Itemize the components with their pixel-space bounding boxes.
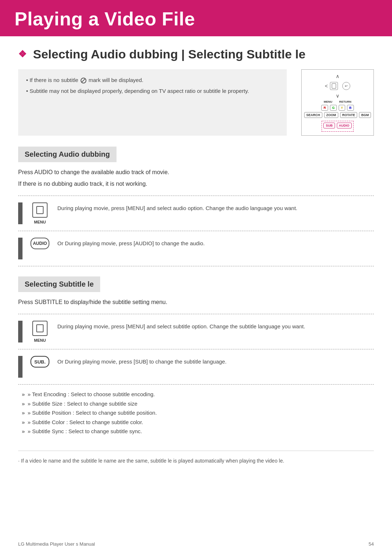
top-notes: • If there is no subtitle mark will be d… xyxy=(18,69,287,136)
audio-dubbing-header: Selecting Audio dubbing xyxy=(18,147,117,162)
remote-bgm-btn: BGM xyxy=(359,112,371,118)
remote-audio-btn: AUDIO xyxy=(337,123,352,128)
menu-icon-inner-2 xyxy=(36,324,44,332)
page-header: Playing a Video File xyxy=(0,0,392,36)
subtitle-step2-icon-col: SUB. xyxy=(29,356,51,368)
remote-left-arrow: < xyxy=(325,83,328,89)
footer-left: LG Multimedia Player User s Manual xyxy=(18,541,95,547)
step-color-bar-2 xyxy=(18,238,23,259)
remote-nav: ∧ < ↩ ∨ xyxy=(325,73,350,99)
top-section: • If there is no subtitle mark will be d… xyxy=(18,69,374,136)
step-color-bar-4 xyxy=(18,356,23,378)
remote-r-btn: R xyxy=(321,105,328,111)
diamond-icon: ❖ xyxy=(18,49,26,60)
remote-center-row: < ↩ xyxy=(325,82,350,90)
menu-icon-inner-1 xyxy=(36,206,44,214)
remote-up-arrow: ∧ xyxy=(336,73,339,79)
subtitle-steps: MENU During playing movie, press [MENU] … xyxy=(18,314,374,385)
menu-label-txt: MENU xyxy=(324,100,332,103)
page-footer: LG Multimedia Player User s Manual 54 xyxy=(18,541,374,547)
audio-desc2: If there is no dubbing audio track, it i… xyxy=(18,180,374,188)
remote-label-row: MENU RETURN xyxy=(324,100,351,103)
audio-step2-icon-col: AUDIO xyxy=(29,238,51,249)
step-color-bar-3 xyxy=(18,321,23,342)
remote-search-btn: SEARCH xyxy=(304,112,322,118)
page-title: Playing a Video File xyxy=(15,8,377,30)
subtitle-header: Selecting Subtitle le xyxy=(18,276,100,292)
bullet-1: » Text Encoding : Select to choose subti… xyxy=(22,390,374,399)
audio-step2-text: Or During playing movie, press [AUDIO] t… xyxy=(57,238,374,248)
audio-btn-icon: AUDIO xyxy=(30,238,49,249)
footer-right: 54 xyxy=(369,541,374,547)
main-heading-text: Selecting Audio dubbing | Selecting Subt… xyxy=(33,47,306,61)
remote-return-btn: ↩ xyxy=(342,82,350,90)
sub-btn-icon: SUB. xyxy=(30,356,49,368)
menu-icon-box-1 xyxy=(32,202,48,218)
remote-rotate-btn: ROTATE xyxy=(340,112,358,118)
remote-dashed-box: SUB AUDIO xyxy=(322,121,353,132)
subtitle-step2-text: Or During playing movie, press [SUB] to … xyxy=(57,356,374,366)
audio-step2: AUDIO Or During playing movie, press [AU… xyxy=(18,231,374,266)
remote-func-row1: SEARCH ZOOM ROTATE BGM xyxy=(304,112,371,118)
remote-g-btn: G xyxy=(330,105,337,111)
subtitle-step1-label: MENU xyxy=(34,338,46,342)
step-color-bar-1 xyxy=(18,202,23,224)
remote-zoom-btn: ZOOM xyxy=(324,112,338,118)
no-mark-icon xyxy=(81,78,86,83)
audio-step1: MENU During playing movie, press [MENU] … xyxy=(18,196,374,231)
menu-icon-box-2 xyxy=(32,321,48,336)
audio-dubbing-section: Selecting Audio dubbing Press AUDIO to c… xyxy=(18,147,374,266)
remote-down-arrow: ∨ xyxy=(336,93,339,99)
return-label-txt: RETURN xyxy=(339,100,351,103)
subtitle-bullet-list: » Text Encoding : Select to choose subti… xyxy=(18,390,374,436)
audio-desc1: Press AUDIO to change the available audi… xyxy=(18,168,374,177)
audio-step1-icon-col: MENU xyxy=(29,202,51,224)
bullet-5: » Subtitle Sync : Select to change subti… xyxy=(22,427,374,436)
remote-b-btn: B xyxy=(347,105,354,111)
subtitle-step1: MENU During playing movie, press [MENU] … xyxy=(18,314,374,349)
bullet-3: » Subtitle Position : Select to change s… xyxy=(22,408,374,418)
subtitle-desc: Press SUBTITLE to display/hide the subti… xyxy=(18,298,374,307)
main-heading: ❖ Selecting Audio dubbing | Selecting Su… xyxy=(18,47,374,61)
remote-y-btn: Y xyxy=(339,105,345,111)
audio-steps: MENU During playing movie, press [MENU] … xyxy=(18,196,374,266)
footer-note: · If a video le name and the subtitle le… xyxy=(18,451,374,465)
bullet-4: » Subtitle Color : Select to change subt… xyxy=(22,418,374,427)
remote-sub-audio-row: SUB AUDIO xyxy=(323,123,351,128)
remote-ok-btn xyxy=(330,82,338,90)
note1: • If there is no subtitle mark will be d… xyxy=(26,76,279,85)
subtitle-step2: SUB. Or During playing movie, press [SUB… xyxy=(18,349,374,384)
subtitle-section: Selecting Subtitle le Press SUBTITLE to … xyxy=(18,276,374,436)
remote-color-row: R G Y B xyxy=(321,105,354,111)
remote-ok-inner xyxy=(332,83,336,89)
remote-sub-btn: SUB xyxy=(323,123,335,128)
audio-step1-label: MENU xyxy=(34,220,46,224)
content-area: ❖ Selecting Audio dubbing | Selecting Su… xyxy=(0,47,392,494)
audio-step1-text: During playing movie, press [MENU] and s… xyxy=(57,202,374,213)
subtitle-step1-text: During playing movie, press [MENU] and s… xyxy=(57,321,374,331)
bullet-2: » Subtitle Size : Select to change subti… xyxy=(22,399,374,409)
note2: • Subtitle may not be displayed properly… xyxy=(26,87,279,95)
subtitle-step1-icon-col: MENU xyxy=(29,321,51,342)
remote-diagram: ∧ < ↩ ∨ MENU RETURN R G Y B xyxy=(301,69,374,136)
